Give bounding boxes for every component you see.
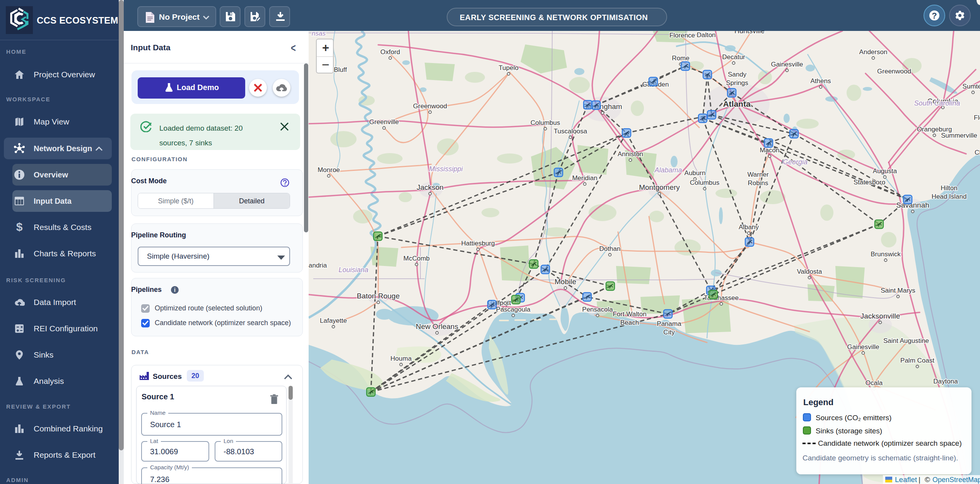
svg-text:Pascagoula: Pascagoula — [496, 306, 531, 313]
svg-text:Dalton: Dalton — [697, 31, 715, 39]
svg-text:Tuscaloosa: Tuscaloosa — [554, 128, 587, 135]
svg-text:Tupelo: Tupelo — [499, 64, 518, 72]
svg-text:Daytona: Daytona — [933, 378, 958, 385]
svg-text:Summerville: Summerville — [941, 132, 977, 139]
svg-text:Dothan: Dothan — [599, 245, 621, 252]
svg-text:Georgia: Georgia — [783, 158, 808, 166]
svg-text:Sumter: Sumter — [963, 83, 980, 90]
svg-text:nsas: nsas — [312, 31, 326, 37]
svg-text:$: $ — [16, 222, 23, 233]
svg-text:Palm Coast: Palm Coast — [900, 357, 934, 364]
svg-text:Ocala: Ocala — [866, 379, 883, 387]
svg-text:Charlest: Charlest — [975, 149, 980, 156]
svg-text:Flor: Flor — [974, 114, 980, 121]
svg-text:Greenwood: Greenwood — [413, 102, 447, 110]
svg-text:Greenville: Greenville — [369, 118, 399, 126]
svg-text:Bluff: Bluff — [334, 66, 347, 73]
svg-text:Greenwood: Greenwood — [877, 68, 911, 75]
svg-text:Decatur: Decatur — [722, 53, 745, 61]
svg-text:Gainesville: Gainesville — [771, 61, 803, 68]
svg-text:Mississippi: Mississippi — [429, 165, 463, 173]
svg-text:Montgomery: Montgomery — [639, 183, 680, 191]
svg-text:Gainesville: Gainesville — [847, 343, 879, 351]
svg-text:Monroe: Monroe — [318, 166, 340, 174]
svg-text:Panama: Panama — [657, 320, 681, 327]
svg-text:Robins: Robins — [748, 179, 768, 187]
svg-text:Mobile: Mobile — [555, 278, 576, 286]
svg-text:Jacksonville: Jacksonville — [860, 312, 900, 320]
svg-text:Baton Rouge: Baton Rouge — [357, 292, 400, 300]
svg-text:Pensacola: Pensacola — [582, 306, 613, 313]
svg-text:Statesboro: Statesboro — [854, 179, 885, 186]
svg-text:Meridian: Meridian — [572, 174, 597, 182]
svg-text:Springs: Springs — [726, 79, 748, 87]
svg-text:Fort Walton: Fort Walton — [613, 310, 646, 318]
svg-text:Auburn: Auburn — [685, 169, 706, 177]
svg-text:Huntsville: Huntsville — [734, 31, 765, 35]
svg-text:Sandy: Sandy — [728, 71, 747, 78]
svg-text:City: City — [663, 329, 675, 336]
svg-text:Anniston: Anniston — [618, 150, 643, 158]
svg-text:Albany: Albany — [739, 223, 759, 231]
svg-text:New Orleans: New Orleans — [416, 322, 458, 331]
svg-text:andria: andria — [309, 262, 327, 269]
svg-text:Beach: Beach — [620, 319, 639, 326]
svg-text:Houma: Houma — [391, 355, 412, 362]
svg-text:Anderson: Anderson — [859, 48, 888, 56]
svg-text:Columbus: Columbus — [531, 119, 560, 126]
svg-text:Saint Marys: Saint Marys — [881, 287, 915, 294]
svg-text:Augusta: Augusta — [873, 167, 897, 175]
svg-text:Savannah: Savannah — [896, 201, 929, 209]
svg-text:Lafayette: Lafayette — [320, 317, 347, 324]
svg-text:Florence: Florence — [669, 32, 695, 39]
svg-text:Louisiana: Louisiana — [338, 266, 368, 274]
svg-text:Jackson: Jackson — [417, 183, 444, 191]
svg-text:Oxford: Oxford — [380, 48, 400, 56]
svg-text:Rome: Rome — [672, 55, 689, 62]
svg-text:Athens: Athens — [811, 77, 831, 85]
svg-text:Brunswick: Brunswick — [871, 251, 901, 258]
svg-text:Atlanta: Atlanta — [723, 99, 750, 108]
svg-text:McComb: McComb — [403, 255, 430, 262]
svg-text:Alabama: Alabama — [654, 166, 682, 174]
svg-text:Head Island: Head Island — [932, 193, 967, 200]
svg-text:Columbus: Columbus — [690, 179, 720, 186]
svg-text:Saint Augustine: Saint Augustine — [883, 337, 929, 344]
svg-text:Valdosta: Valdosta — [797, 268, 822, 275]
svg-text:South Carolina: South Carolina — [914, 99, 960, 107]
svg-text:Hilton: Hilton — [941, 184, 957, 192]
svg-text:Warner: Warner — [747, 171, 768, 178]
svg-text:Hattiesburg: Hattiesburg — [461, 240, 495, 247]
